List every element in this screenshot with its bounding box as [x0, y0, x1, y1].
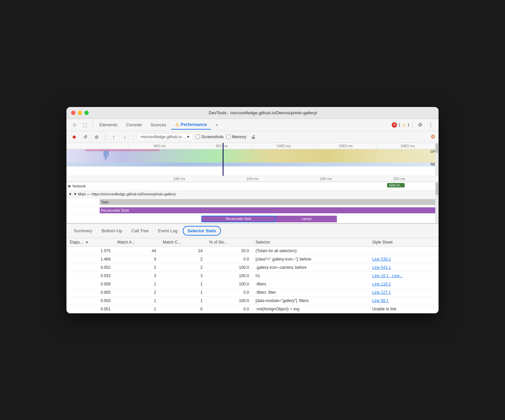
col-stylesheet[interactable]: Style Sheet	[369, 238, 439, 247]
devtools-window: DevTools - microsoftedge.github.io/Demos…	[66, 107, 439, 313]
detail-mark-3: 248 ms	[289, 177, 362, 181]
record-button[interactable]: ⏺	[70, 133, 78, 141]
perf-toolbar: ⏺ ↺ ⊘ ↑ ↓ microsoftedge.github.io ...▼ S…	[66, 131, 439, 143]
main-collapse-icon[interactable]: ▼	[68, 192, 72, 196]
col-selector[interactable]: Selector	[252, 238, 369, 247]
download-button[interactable]: ↓	[121, 133, 129, 141]
recalc-bar-label: Recalculate Style	[101, 208, 129, 212]
cell-match-count: 1	[159, 296, 206, 305]
tab-selector-stats[interactable]: Selector Stats	[183, 226, 221, 236]
cell-match-attempts: 2	[114, 263, 159, 271]
cell-stylesheet[interactable]: Line 116:1	[369, 280, 439, 288]
main-track-header: ▼ ▼ Main — https://microsoftedge.github.…	[66, 190, 439, 198]
device-icon[interactable]: ⬚	[80, 120, 90, 130]
toolbar-separator-1	[92, 122, 93, 128]
tab-bottom-up[interactable]: Bottom-Up	[98, 227, 126, 235]
ruler-mark-2: 963 ms	[190, 144, 252, 148]
badge-group: ✕ 1 ⚠ 1	[392, 122, 410, 128]
tab-event-log[interactable]: Event Log	[154, 227, 182, 235]
cell-selector: .filters	[252, 280, 369, 288]
cell-stylesheet[interactable]: Line 127:1	[369, 288, 439, 296]
more-icon[interactable]: ⋮	[426, 120, 435, 130]
tab-sources[interactable]: Sources	[147, 121, 170, 129]
clear-button[interactable]: ⊘	[92, 133, 101, 141]
overview-scrollbar[interactable]	[435, 143, 439, 176]
cell-match-attempts: 1	[114, 305, 159, 313]
tab-more[interactable]: »	[212, 121, 222, 129]
cell-stylesheet[interactable]: Line 530:1	[369, 255, 439, 263]
cell-slow-percent: 0.0	[206, 305, 252, 313]
cell-selector: .gallery-icon--camera::before	[252, 263, 369, 271]
cell-slow-percent: 100.0	[206, 296, 252, 305]
table-row: 1.575 44 24 20.0 (Totals for all selecto…	[66, 247, 439, 255]
mini-bars	[104, 151, 109, 160]
task-track: Task	[66, 198, 439, 207]
cell-slow-percent: 100.0	[206, 280, 252, 288]
tab-summary[interactable]: Summary	[70, 227, 96, 235]
cell-stylesheet[interactable]: Line 88:1	[369, 296, 439, 305]
task-bar[interactable]: Task	[100, 199, 439, 205]
cell-elapsed: 0.003	[66, 296, 114, 305]
detail-mark-1: 238 ms	[143, 177, 216, 181]
network-track-content: data:im...	[100, 182, 439, 190]
task-track-content: Task	[100, 198, 439, 206]
network-expand-icon[interactable]: ▶	[68, 184, 71, 188]
flame-layout[interactable]: Layout	[276, 216, 337, 222]
detail-timeline: 238 ms 243 ms 248 ms 253 ms	[66, 176, 439, 182]
ruler-mark-3: 1463 ms	[252, 144, 315, 148]
tracks-area: ▶ Network data:im... ▼ ▼ Main — https://…	[66, 182, 439, 224]
tab-performance[interactable]: ⚠ Performance	[171, 120, 211, 130]
close-button[interactable]	[71, 111, 75, 115]
col-match-count[interactable]: Match C...	[159, 238, 206, 247]
upload-button[interactable]: ↑	[109, 133, 118, 141]
mini-bar-2	[105, 151, 106, 160]
col-match-attempts[interactable]: Match A...	[114, 238, 159, 247]
perf-separator-2	[133, 134, 134, 140]
memory-tool-button[interactable]: 🖨	[249, 133, 257, 141]
cell-match-count: 2	[159, 263, 206, 271]
timeline-overview[interactable]: 463 ms 963 ms 1463 ms 1963 ms 2463 ms CP…	[66, 143, 439, 176]
settings-icon[interactable]: ⚙	[415, 120, 425, 130]
cell-slow-percent: 0.0	[206, 288, 252, 296]
table-container: Elaps... ▼ Match A... Match C... % of Sl…	[66, 238, 439, 313]
cell-slow-percent: 100.0	[206, 271, 252, 280]
inspect-icon[interactable]: ⊹	[70, 120, 79, 130]
url-field[interactable]: microsoftedge.github.io ...▼	[138, 133, 193, 141]
perf-settings-icon[interactable]: ⚙	[431, 134, 435, 140]
screenshots-checkbox[interactable]	[196, 135, 200, 139]
tab-call-tree[interactable]: Call Tree	[128, 227, 153, 235]
flamechart-row: Recalculate Style Layout	[66, 215, 439, 223]
recalc-track-content: Recalculate Style	[100, 207, 439, 215]
maximize-button[interactable]	[84, 111, 89, 115]
error-badge: ✕	[392, 122, 397, 128]
main-label-text: ▼ Main — https://microsoftedge.github.io…	[73, 192, 176, 196]
minimize-button[interactable]	[78, 111, 82, 115]
table-row: 1.466 3 2 0.0 [class*=" gallery-icon--"]…	[66, 255, 439, 263]
flame-label	[66, 218, 100, 220]
tab-elements[interactable]: Elements	[95, 121, 121, 129]
cell-selector: .filters .filter	[252, 288, 369, 296]
flame-layout-label: Layout	[301, 217, 311, 221]
main-track-label: ▼ ▼ Main — https://microsoftedge.github.…	[66, 191, 439, 197]
cell-match-attempts: 3	[114, 255, 159, 263]
cell-stylesheet[interactable]: Line 541:1	[369, 263, 439, 271]
refresh-profile-button[interactable]: ↺	[81, 133, 90, 141]
memory-label: Memory	[232, 135, 246, 139]
col-elapsed[interactable]: Elaps... ▼	[66, 238, 114, 247]
tracks-scrollbar[interactable]	[435, 182, 439, 223]
memory-checkbox[interactable]	[226, 135, 231, 139]
flame-recalc[interactable]: Recalculate Style	[201, 216, 276, 222]
cell-stylesheet[interactable]: Line 16:1 , Line...	[369, 271, 439, 280]
network-badge: data:im...	[387, 183, 405, 187]
col-slow-percent[interactable]: % of Slo...	[206, 238, 252, 247]
cell-match-count: 0	[159, 305, 206, 313]
cell-elapsed: 1.575	[66, 247, 114, 255]
recalc-track: Recalculate Style	[66, 207, 439, 215]
table-header-row: Elaps... ▼ Match A... Match C... % of Sl…	[66, 238, 439, 247]
cell-slow-percent: 20.0	[206, 247, 252, 255]
main-toolbar: ⊹ ⬚ Elements Console Sources ⚠ Performan…	[66, 119, 439, 131]
cell-match-attempts: 3	[114, 271, 159, 280]
tab-console[interactable]: Console	[122, 121, 146, 129]
recalc-bar[interactable]: Recalculate Style	[100, 207, 439, 213]
ruler-mark-4: 1963 ms	[315, 144, 377, 148]
